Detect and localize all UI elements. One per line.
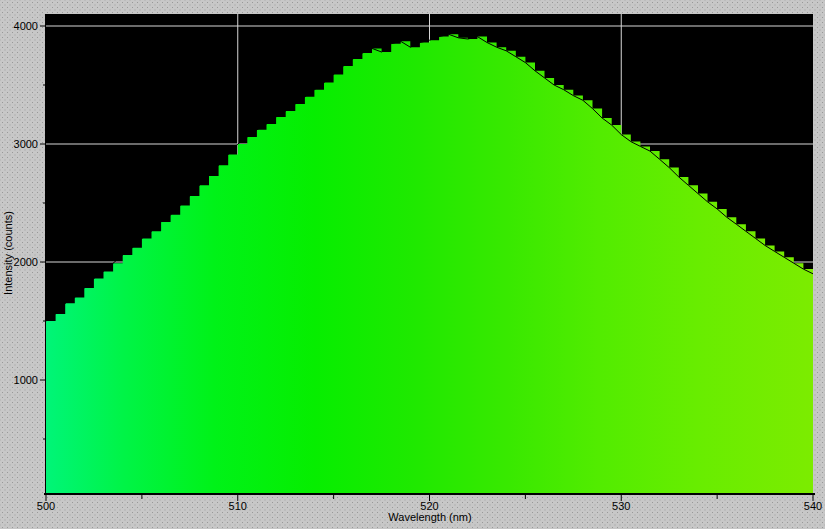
x-tick-label: 530	[612, 500, 630, 512]
y-axis-title: Intensity (counts)	[2, 211, 14, 295]
spectrum-chart: 5005105205305401000200030004000 Intensit…	[0, 0, 825, 529]
y-tick-label: 4000	[14, 20, 38, 32]
y-tick-label: 1000	[14, 374, 38, 386]
x-axis-title: Wavelength (nm)	[388, 511, 471, 523]
y-tick-label: 2000	[14, 256, 38, 268]
x-tick-label: 510	[229, 500, 247, 512]
x-tick-label: 540	[804, 500, 822, 512]
spectrometer-window: 5005105205305401000200030004000 Intensit…	[0, 0, 825, 529]
x-tick-label: 500	[37, 500, 55, 512]
y-tick-label: 3000	[14, 138, 38, 150]
